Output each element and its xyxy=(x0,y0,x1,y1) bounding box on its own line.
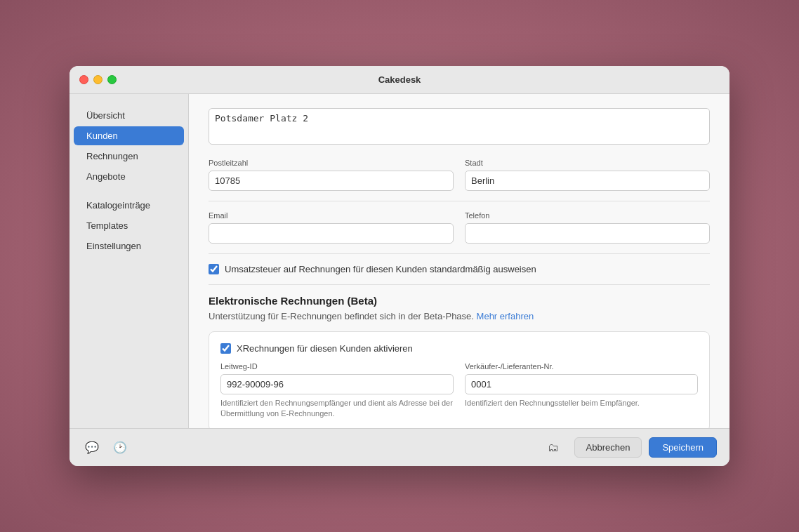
chat-icon: 💬 xyxy=(85,441,99,454)
window-body: Übersicht Kunden Rechnungen Angebote Kat… xyxy=(70,94,729,428)
telefon-input[interactable] xyxy=(465,223,710,244)
mehr-erfahren-link[interactable]: Mehr erfahren xyxy=(477,311,534,321)
footer: 💬 🕑 🗂 Abbrechen Speichern xyxy=(70,428,729,466)
divider-3 xyxy=(209,284,710,285)
sidebar-item-templates[interactable]: Templates xyxy=(74,216,184,235)
titlebar: Cakedesk xyxy=(70,66,729,94)
stadt-input[interactable] xyxy=(465,171,710,191)
e-invoice-checkbox-label: XRechnungen für diesen Kunden aktivieren xyxy=(237,343,413,354)
plz-input[interactable] xyxy=(209,171,454,191)
sidebar-item-einstellungen[interactable]: Einstellungen xyxy=(74,237,184,255)
leitweg-id-hint: Identifiziert den Rechnungsempfänger und… xyxy=(220,398,454,420)
main-window: Cakedesk Übersicht Kunden Rechnungen Ang… xyxy=(70,66,729,466)
verkaeufer-label: Verkäufer-/Lieferanten-Nr. xyxy=(465,362,698,371)
template-icon-button[interactable]: 🗂 xyxy=(545,439,562,457)
e-invoice-subtitle: Unterstützung für E-Rechnungen befindet … xyxy=(209,311,710,321)
e-invoice-section: Elektronische Rechnungen (Beta) Unterstü… xyxy=(209,295,710,428)
plz-group: Postleitzahl xyxy=(209,159,454,191)
verkaeufer-hint: Identifiziert den Rechnungssteller beim … xyxy=(465,398,698,408)
email-group: Email xyxy=(209,211,454,244)
e-invoice-title: Elektronische Rechnungen (Beta) xyxy=(209,295,710,307)
e-invoice-checkbox-row: XRechnungen für diesen Kunden aktivieren xyxy=(220,343,698,354)
maximize-button[interactable] xyxy=(107,75,117,84)
sidebar: Übersicht Kunden Rechnungen Angebote Kat… xyxy=(70,94,189,428)
umsatzsteuer-row: Umsatzsteuer auf Rechnungen für diesen K… xyxy=(209,264,710,274)
verkaeufer-input[interactable] xyxy=(465,374,698,394)
divider-1 xyxy=(209,201,710,201)
email-label: Email xyxy=(209,211,454,220)
sidebar-item-kunden[interactable]: Kunden xyxy=(74,126,184,145)
e-invoice-checkbox[interactable] xyxy=(220,343,231,354)
template-icon: 🗂 xyxy=(548,441,559,454)
window-title: Cakedesk xyxy=(378,74,421,85)
plz-stadt-row: Postleitzahl Stadt xyxy=(209,159,710,191)
traffic-lights xyxy=(79,75,117,84)
address-input[interactable]: Potsdamer Platz 2 xyxy=(209,108,710,145)
leitweg-id-group: Leitweg-ID Identifiziert den Rechnungsem… xyxy=(220,362,454,420)
cancel-button[interactable]: Abbrechen xyxy=(574,437,642,458)
telefon-group: Telefon xyxy=(465,211,710,244)
history-icon-button[interactable]: 🕑 xyxy=(110,438,130,457)
umsatzsteuer-checkbox[interactable] xyxy=(209,264,219,274)
e-invoice-fields: Leitweg-ID Identifiziert den Rechnungsem… xyxy=(220,362,698,420)
divider-2 xyxy=(209,253,710,254)
email-input[interactable] xyxy=(209,223,454,244)
plz-label: Postleitzahl xyxy=(209,159,454,167)
leitweg-id-input[interactable] xyxy=(220,374,454,394)
telefon-label: Telefon xyxy=(465,211,710,220)
stadt-label: Stadt xyxy=(465,159,710,167)
main-content: Potsdamer Platz 2 Postleitzahl Stadt Ema… xyxy=(189,94,729,428)
history-icon: 🕑 xyxy=(113,441,127,454)
umsatzsteuer-label: Umsatzsteuer auf Rechnungen für diesen K… xyxy=(225,264,536,274)
e-invoice-card: XRechnungen für diesen Kunden aktivieren… xyxy=(209,331,710,428)
save-button[interactable]: Speichern xyxy=(649,437,717,458)
close-button[interactable] xyxy=(79,75,88,84)
email-telefon-row: Email Telefon xyxy=(209,211,710,244)
verkaeufer-group: Verkäufer-/Lieferanten-Nr. Identifiziert… xyxy=(465,362,698,420)
footer-left: 💬 🕑 xyxy=(82,438,538,457)
sidebar-item-angebote[interactable]: Angebote xyxy=(74,167,184,186)
leitweg-id-label: Leitweg-ID xyxy=(220,362,454,371)
sidebar-item-uebersicht[interactable]: Übersicht xyxy=(74,106,184,125)
sidebar-item-rechnungen[interactable]: Rechnungen xyxy=(74,147,184,166)
stadt-group: Stadt xyxy=(465,159,710,191)
address-section: Potsdamer Platz 2 xyxy=(209,108,710,147)
minimize-button[interactable] xyxy=(93,75,103,84)
sidebar-item-katalogeintraege[interactable]: Katalogeinträge xyxy=(74,196,184,215)
chat-icon-button[interactable]: 💬 xyxy=(82,438,102,457)
